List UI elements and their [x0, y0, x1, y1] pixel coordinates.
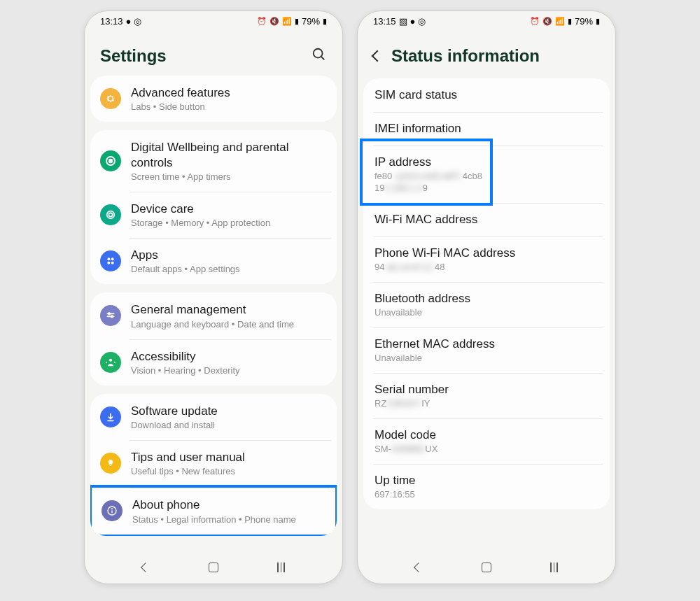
status-value2: 192.168.1.49 [374, 183, 598, 193]
nav-home-icon[interactable] [209, 563, 218, 572]
item-subtitle: Default apps • App settings [131, 264, 327, 274]
nav-home-icon[interactable] [482, 563, 491, 572]
nav-bar [85, 554, 342, 584]
settings-item-advanced-features[interactable]: Advanced featuresLabs • Side button [90, 76, 337, 122]
svg-point-4 [107, 211, 115, 219]
svg-point-6 [107, 257, 110, 260]
status-value: SM-G998BZUX [374, 444, 598, 454]
settings-item-general-management[interactable]: General managementLanguage and keyboard … [90, 292, 337, 339]
status-item-sim-card-status[interactable]: SIM card status [363, 78, 610, 112]
circle-dot-icon [100, 150, 121, 171]
status-title: IP address [374, 155, 598, 169]
messenger-icon: ● [410, 16, 416, 27]
messenger-icon: ● [126, 16, 132, 27]
svg-point-12 [108, 313, 111, 315]
phone-settings: 13:13 ● ◎ ⏰ 🔇 📶 ▮ 79% ▮ Settings Advance… [84, 10, 343, 584]
status-item-bluetooth-address[interactable]: Bluetooth addressUnavailable [363, 282, 610, 327]
gear-icon [100, 88, 121, 109]
nav-recent-icon[interactable] [550, 563, 558, 572]
status-bar: 13:15 ▧ ● ◎ ⏰ 🔇 📶 ▮ 79% ▮ [358, 11, 615, 31]
status-title: Serial number [374, 383, 598, 397]
item-subtitle: Storage • Memory • App protection [131, 218, 327, 228]
shield-icon [100, 204, 121, 225]
status-title: Bluetooth address [374, 292, 598, 306]
alarm-icon: ⏰ [257, 17, 267, 26]
svg-point-0 [314, 49, 323, 58]
status-bar: 13:13 ● ◎ ⏰ 🔇 📶 ▮ 79% ▮ [85, 11, 342, 31]
settings-group: General managementLanguage and keyboard … [90, 292, 337, 386]
status-info-list[interactable]: SIM card statusIMEI informationIP addres… [358, 78, 615, 554]
wifi-icon: 📶 [282, 17, 292, 26]
status-value: Unavailable [374, 307, 598, 318]
status-title: Ethernet MAC address [374, 337, 598, 351]
clock: 13:13 [100, 16, 123, 27]
item-title: Accessibility [131, 349, 327, 364]
item-title: Device care [131, 201, 327, 216]
status-item-serial-number[interactable]: Serial numberRZC8K0XYIY [363, 373, 610, 418]
item-subtitle: Useful tips • New features [131, 466, 327, 476]
svg-point-7 [111, 257, 114, 260]
settings-item-apps[interactable]: AppsDefault apps • App settings [90, 238, 337, 284]
status-item-ethernet-mac-address[interactable]: Ethernet MAC addressUnavailable [363, 327, 610, 373]
back-button[interactable] [372, 50, 384, 62]
page-title: Status information [391, 46, 540, 66]
settings-item-software-update[interactable]: Software updateDownload and install [90, 394, 337, 440]
sliders-icon [100, 305, 121, 326]
item-title: Apps [131, 248, 327, 262]
settings-item-tips-and-user-manual[interactable]: Tips and user manualUseful tips • New fe… [90, 440, 337, 486]
nav-back-icon[interactable] [414, 563, 424, 572]
mute-icon: 🔇 [542, 17, 552, 26]
search-button[interactable] [312, 47, 327, 65]
battery-icon: ▮ [596, 17, 600, 26]
settings-list[interactable]: Advanced featuresLabs • Side buttonDigit… [85, 76, 342, 554]
arrow-down-icon [100, 406, 121, 427]
alarm-icon: ⏰ [530, 17, 540, 26]
svg-point-13 [111, 316, 113, 318]
gallery-icon: ▧ [399, 16, 407, 27]
nav-recent-icon[interactable] [277, 563, 285, 572]
settings-group: Digital Wellbeing and parental controlsS… [90, 130, 337, 284]
item-subtitle: Status • Legal information • Phone name [132, 514, 326, 525]
bulb-icon [100, 453, 121, 474]
settings-group: Advanced featuresLabs • Side button [90, 76, 337, 122]
item-title: About phone [132, 497, 326, 512]
battery-text: 79% [575, 16, 593, 27]
status-title: IMEI information [374, 122, 598, 136]
status-title: SIM card status [374, 88, 598, 102]
battery-icon: ▮ [323, 17, 327, 26]
status-value: RZC8K0XYIY [374, 398, 598, 409]
status-item-model-code[interactable]: Model codeSM-G998BZUX [363, 418, 610, 464]
info-icon [102, 500, 122, 521]
phone-status-info: 13:15 ▧ ● ◎ ⏰ 🔇 📶 ▮ 79% ▮ Status informa… [357, 10, 616, 584]
svg-point-8 [107, 262, 110, 264]
instagram-icon: ◎ [134, 16, 141, 27]
status-title: Phone Wi-Fi MAC address [374, 246, 598, 260]
item-title: Software update [131, 404, 327, 418]
item-title: Tips and user manual [131, 450, 327, 465]
item-title: Advanced features [131, 85, 327, 100]
status-item-wi-fi-mac-address[interactable]: Wi-Fi MAC address [363, 203, 610, 236]
item-subtitle: Download and install [131, 420, 327, 430]
settings-item-device-care[interactable]: Device careStorage • Memory • App protec… [90, 192, 337, 238]
settings-item-about-phone[interactable]: About phoneStatus • Legal information • … [90, 485, 337, 535]
svg-line-1 [321, 57, 325, 60]
mute-icon: 🔇 [270, 17, 279, 26]
svg-point-3 [109, 160, 113, 163]
item-subtitle: Vision • Hearing • Dexterity [131, 365, 327, 376]
settings-group: Software updateDownload and installTips … [90, 394, 337, 536]
settings-item-accessibility[interactable]: AccessibilityVision • Hearing • Dexterit… [90, 339, 337, 386]
status-item-ip-address[interactable]: IP addressfe80::a2b3:c4d5:e6f7:4cb8192.1… [363, 146, 610, 203]
settings-item-digital-wellbeing-and-parental-controls[interactable]: Digital Wellbeing and parental controlsS… [90, 130, 337, 192]
item-subtitle: Language and keyboard • Date and time [131, 319, 327, 330]
battery-text: 79% [302, 16, 320, 27]
svg-point-9 [111, 262, 114, 264]
status-item-imei-information[interactable]: IMEI information [363, 112, 610, 146]
svg-point-14 [109, 358, 112, 361]
nav-back-icon[interactable] [141, 563, 150, 572]
status-value: 94:ab:cd:ef:12:48 [374, 262, 598, 272]
status-item-up-time[interactable]: Up time697:16:55 [363, 464, 610, 509]
item-title: Digital Wellbeing and parental controls [131, 140, 327, 170]
dots-icon [100, 250, 121, 271]
status-title: Up time [374, 474, 598, 488]
status-item-phone-wi-fi-mac-address[interactable]: Phone Wi-Fi MAC address94:ab:cd:ef:12:48 [363, 236, 610, 282]
